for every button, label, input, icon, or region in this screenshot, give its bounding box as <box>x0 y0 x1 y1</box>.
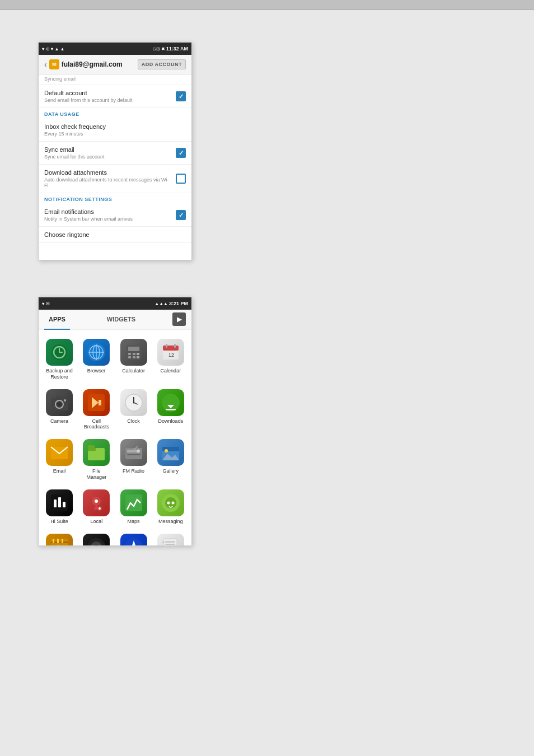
status-icons-right-2: ▲▲▲ 3:21 PM <box>154 301 188 306</box>
alert-icon1: ▲ <box>55 46 59 52</box>
app-filemanager[interactable]: FileManager <box>78 435 115 485</box>
sync-email-text: Sync email Sync email for this account <box>44 146 171 160</box>
app-backup-restore[interactable]: Backup andRestore <box>41 334 78 385</box>
app-email[interactable]: Email <box>41 435 78 485</box>
app-camera[interactable]: Camera <box>41 385 78 435</box>
calendar-icon: 12 <box>157 339 184 366</box>
network-label: G⊞ <box>153 46 160 52</box>
svg-rect-82 <box>165 542 175 543</box>
svg-point-61 <box>171 501 174 504</box>
download-attachments-item[interactable]: Download attachments Auto-download attac… <box>39 165 191 193</box>
status-icons-left: ♥ ⊕ ♥ ▲ ▲ <box>42 46 64 52</box>
download-attachments-checkbox[interactable] <box>176 174 186 184</box>
gps-icon: ⊕ <box>46 46 50 52</box>
broadcasts-label: CellBroadcasts <box>84 418 109 431</box>
svg-point-60 <box>167 501 170 504</box>
app-broadcasts[interactable]: CellBroadcasts <box>78 385 115 435</box>
app-calculator[interactable]: Calculator <box>115 334 152 385</box>
notification-settings-header: NOTIFICATION SETTINGS <box>39 193 191 204</box>
svg-rect-17 <box>166 344 167 348</box>
app-hisuite[interactable]: Hi Suite <box>41 485 78 529</box>
alarm-icon: ♥ <box>51 46 54 52</box>
svg-rect-14 <box>137 356 139 358</box>
inbox-check-title: Inbox check frequency <box>44 123 186 130</box>
app-maps[interactable]: Maps <box>115 485 152 529</box>
sync-email-checkbox[interactable] <box>176 148 186 158</box>
app-browser[interactable]: Browser <box>78 334 115 385</box>
email-app-icon <box>46 439 73 466</box>
account-email: fulai89@gmail.com <box>62 60 123 68</box>
default-account-item[interactable]: Default account Send email from this acc… <box>39 85 191 108</box>
camera-label: Camera <box>50 418 68 424</box>
calculator-icon <box>120 339 147 366</box>
status-icons-right: G⊞ ✖ 11:32 AM <box>153 46 188 52</box>
local-icon <box>83 489 110 516</box>
app-messaging[interactable]: Messaging <box>152 485 189 529</box>
app-navigation[interactable]: Navigation <box>115 529 152 546</box>
syncing-label: Syncing email <box>39 74 191 85</box>
app-fmradio[interactable]: FM Radio <box>115 435 152 485</box>
svg-text:12: 12 <box>168 352 174 358</box>
svg-rect-80 <box>162 545 165 546</box>
fmradio-icon <box>120 439 147 466</box>
svg-rect-16 <box>163 346 179 351</box>
svg-rect-27 <box>99 400 101 405</box>
app-downloads[interactable]: Downloads <box>152 385 189 435</box>
wifi-icon: ♥ <box>42 46 45 52</box>
sync-email-subtitle: Sync email for this account <box>44 154 171 160</box>
email-settings-screen: ♥ ⊕ ♥ ▲ ▲ G⊞ ✖ 11:32 AM ‹ ✉ fulai89@gmai… <box>38 42 192 260</box>
filemanager-label: FileManager <box>87 468 107 480</box>
app-local[interactable]: Local <box>78 485 115 529</box>
choose-ringtone-item[interactable]: Choose ringtone <box>39 227 191 243</box>
fmradio-label: FM Radio <box>123 468 144 474</box>
app-music[interactable]: Music <box>78 529 115 546</box>
svg-rect-51 <box>63 502 65 507</box>
hisuite-label: Hi Suite <box>50 519 68 525</box>
app-notebook[interactable]: Tips NoteBook <box>152 529 189 546</box>
email-notifications-item[interactable]: Email notifications Notify in System bar… <box>39 204 191 227</box>
status-icons-left-2: ♥ ✉ <box>42 301 50 306</box>
app-calendar[interactable]: 12 Calendar <box>152 334 189 385</box>
sync-email-title: Sync email <box>44 146 171 153</box>
app-moviestudio[interactable]: MovieStudio <box>41 529 78 546</box>
add-account-button[interactable]: ADD ACCOUNT <box>138 59 186 69</box>
svg-rect-18 <box>174 344 176 348</box>
app-gallery[interactable]: Gallery <box>152 435 189 485</box>
svg-point-41 <box>137 450 140 453</box>
svg-rect-23 <box>56 396 63 399</box>
camera-icon <box>46 389 73 416</box>
svg-rect-34 <box>166 409 176 410</box>
back-button[interactable]: ‹ ✉ fulai89@gmail.com <box>44 59 123 69</box>
gallery-icon <box>157 439 184 466</box>
messaging-label: Messaging <box>158 519 183 525</box>
play-store-icon[interactable]: ▶ <box>172 312 186 326</box>
default-account-subtitle: Send email from this account by default <box>44 97 171 103</box>
calculator-label: Calculator <box>122 368 145 374</box>
tab-apps[interactable]: APPS <box>44 310 70 330</box>
downloads-icon <box>157 389 184 416</box>
messaging-icon <box>157 489 184 516</box>
settings-content: Default account Send email from this acc… <box>39 85 191 260</box>
sync-email-item[interactable]: Sync email Sync email for this account <box>39 142 191 165</box>
default-account-text: Default account Send email from this acc… <box>44 90 171 103</box>
clock-icon <box>120 389 147 416</box>
inbox-check-item[interactable]: Inbox check frequency Every 15 minutes <box>39 119 191 142</box>
tab-widgets[interactable]: WIDGETS <box>102 310 140 330</box>
hisuite-icon <box>46 489 73 516</box>
inbox-check-text: Inbox check frequency Every 15 minutes <box>44 123 186 137</box>
svg-rect-79 <box>162 542 165 543</box>
status-time-1: 11:32 AM <box>166 46 188 52</box>
email-label: Email <box>53 468 66 474</box>
svg-rect-38 <box>88 445 95 450</box>
status-time-2: 3:21 PM <box>169 301 188 306</box>
download-attachments-text: Download attachments Auto-download attac… <box>44 169 171 188</box>
apps-grid: Backup andRestore Browser Calculator 12 … <box>39 330 191 546</box>
svg-point-56 <box>99 507 101 510</box>
app-clock[interactable]: Clock <box>115 385 152 435</box>
email-notifications-title: Email notifications <box>44 208 171 215</box>
email-notifications-checkbox[interactable] <box>176 210 186 220</box>
local-label: Local <box>91 519 103 525</box>
download-attachments-subtitle: Auto-download attachments to recent mess… <box>44 177 171 188</box>
svg-point-47 <box>165 449 168 452</box>
default-account-checkbox[interactable] <box>176 91 186 101</box>
